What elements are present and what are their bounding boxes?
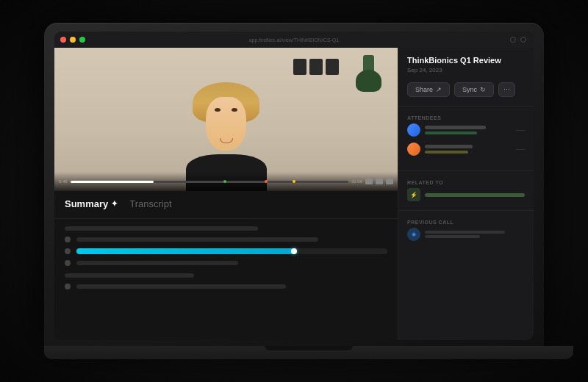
attendee-sub-bar-1: [425, 131, 477, 134]
previous-call-section: PREVIOUS CALL ◉: [407, 220, 525, 241]
progress-track-1: [76, 248, 387, 254]
row-bar-2: [76, 261, 238, 265]
summary-bar-2: [65, 273, 194, 278]
related-icon: ⚡: [407, 188, 420, 201]
window-icons: [510, 37, 526, 43]
attendee-score-1: ——: [516, 128, 525, 132]
meeting-title: ThinkBionics Q1 Review: [407, 55, 525, 65]
row-bar-3: [76, 284, 286, 289]
row-dot-1: [65, 237, 71, 242]
attendees-section: ATTENDEES ——: [407, 115, 525, 162]
control-icons: [365, 179, 393, 184]
attendee-name-bar-2: [425, 145, 473, 148]
avatar-2: [407, 143, 420, 156]
left-panel: 5:46 31:00: [54, 48, 398, 340]
share-label: Share: [415, 86, 433, 93]
attendees-label: ATTENDEES: [407, 115, 525, 120]
video-time-current: 5:46: [59, 179, 68, 184]
wall-frame-3: [326, 59, 339, 75]
video-time-total: 31:00: [351, 179, 362, 184]
share-button[interactable]: Share ↗: [407, 82, 450, 97]
attendee-info-2: [425, 145, 512, 154]
row-dot-4: [65, 284, 71, 289]
summary-content: [54, 219, 398, 340]
prev-call-bar-1: [425, 231, 505, 234]
more-label: ⋯: [503, 86, 510, 93]
divider-3: [398, 210, 534, 211]
volume-icon[interactable]: [365, 179, 373, 184]
video-frame: [54, 48, 398, 191]
related-to-section: RELATED TO ⚡: [407, 180, 525, 201]
video-controls[interactable]: 5:46 31:00: [54, 172, 398, 191]
sync-label: Sync: [462, 86, 477, 93]
marker-green: [223, 180, 226, 183]
share-icon: ↗: [436, 86, 442, 93]
summary-bar-1: [65, 226, 258, 231]
plant: [356, 55, 381, 103]
main-content: 5:46 31:00: [54, 48, 534, 340]
attendee-info-1: [425, 126, 512, 134]
progress-thumb-1: [291, 248, 297, 254]
meeting-title-section: ThinkBionics Q1 Review Sep 24, 2023: [407, 55, 525, 73]
marker-yellow: [293, 180, 295, 183]
row-dot-3: [65, 260, 71, 266]
previous-call-label: PREVIOUS CALL: [407, 220, 525, 225]
fullscreen-icon[interactable]: [376, 179, 383, 184]
wall-frame-1: [293, 59, 306, 75]
meeting-date: Sep 24, 2023: [407, 67, 525, 73]
prev-call-bars: [425, 231, 525, 238]
screen-bezel: app.fireflies.ai/view/THINKBIONICS-Q1: [54, 32, 534, 340]
summary-row-3: [65, 284, 387, 289]
titlebar: app.fireflies.ai/view/THINKBIONICS-Q1: [54, 32, 534, 48]
window-icon-2: [520, 37, 526, 43]
attendee-item-1: ——: [407, 123, 525, 137]
divider-1: [398, 106, 534, 107]
attendee-name-bar-1: [425, 126, 486, 129]
link-icon: ⚡: [410, 192, 417, 198]
action-buttons: Share ↗ Sync ↻ ⋯: [407, 82, 525, 97]
sparkle-icon: ✦: [111, 199, 118, 209]
sync-button[interactable]: Sync ↻: [454, 82, 494, 97]
progress-row-1[interactable]: [65, 248, 387, 254]
wall-frame-2: [309, 59, 323, 75]
call-icon: ◉: [412, 231, 416, 237]
prev-call-bar-2: [425, 235, 480, 238]
tab-summary[interactable]: Summary ✦: [65, 198, 118, 214]
summary-label: Summary: [65, 198, 108, 209]
url-bar: app.fireflies.ai/view/THINKBIONICS-Q1: [249, 37, 340, 43]
more-button[interactable]: ⋯: [498, 82, 515, 97]
attendee-sub-bar-2: [425, 151, 468, 154]
tab-transcript[interactable]: Transcript: [129, 198, 171, 214]
summary-row-1: [65, 237, 387, 242]
related-to-label: RELATED TO: [407, 180, 525, 185]
laptop-base: [44, 346, 573, 359]
wall-frames: [293, 59, 339, 75]
sync-icon: ↻: [480, 86, 486, 93]
video-player[interactable]: 5:46 31:00: [54, 48, 398, 191]
prev-call-icon: ◉: [407, 228, 420, 241]
video-progress-fill: [71, 181, 154, 183]
avatar-1: [407, 123, 420, 137]
content-tabs: Summary ✦ Transcript: [54, 191, 398, 219]
laptop-screen: app.fireflies.ai/view/THINKBIONICS-Q1: [44, 23, 544, 346]
close-button[interactable]: [60, 37, 66, 43]
window-icon-1: [510, 37, 516, 43]
row-bar-1: [76, 237, 318, 242]
right-panel: ThinkBionics Q1 Review Sep 24, 2023 Shar…: [398, 48, 534, 340]
transcript-label: Transcript: [129, 198, 171, 209]
maximize-button[interactable]: [79, 37, 85, 43]
minimize-button[interactable]: [70, 37, 76, 43]
marker-orange: [265, 180, 268, 183]
related-bar: [425, 193, 525, 197]
person-face: [206, 97, 246, 151]
summary-row-2: [65, 260, 387, 266]
related-item-1: ⚡: [407, 188, 525, 201]
settings-icon[interactable]: [386, 179, 393, 184]
progress-fill-1: [76, 248, 294, 254]
row-dot-2: [65, 248, 71, 254]
attendee-item-2: ——: [407, 143, 525, 156]
attendee-score-2: ——: [516, 147, 525, 151]
divider-2: [398, 170, 534, 171]
prev-call-item: ◉: [407, 228, 525, 241]
video-progress-bar[interactable]: [71, 181, 348, 183]
